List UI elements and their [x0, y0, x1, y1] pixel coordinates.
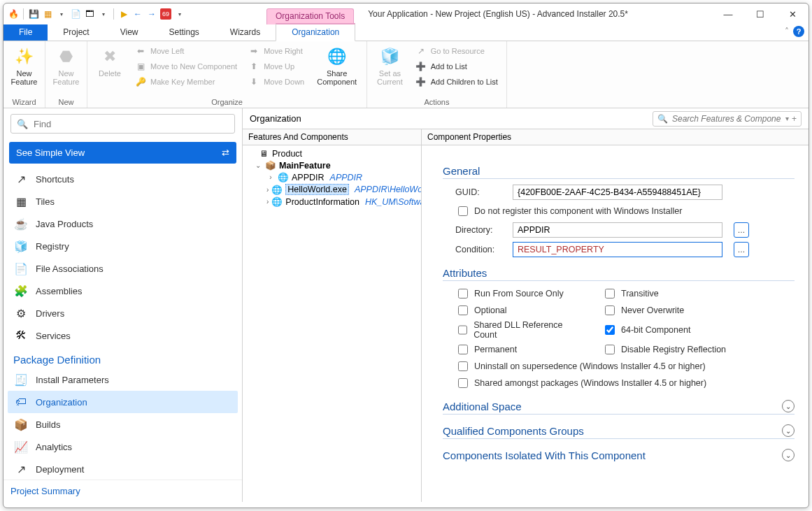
- nav-install-parameters[interactable]: 🧾Install Parameters: [8, 368, 238, 391]
- nav-shortcuts[interactable]: ↗Shortcuts: [8, 168, 238, 190]
- monitor-icon: 🖥: [258, 149, 269, 159]
- section-isolated-components[interactable]: Components Isolated With This Component⌄: [443, 449, 795, 463]
- section-general: General: [443, 165, 795, 179]
- delete-button: ✖ Delete: [93, 44, 127, 89]
- menu-wizards[interactable]: Wizards: [215, 24, 276, 41]
- close-button[interactable]: ✕: [776, 4, 809, 24]
- chevron-down-icon[interactable]: ⌄: [782, 400, 795, 412]
- nav-builds[interactable]: 📦Builds: [8, 413, 238, 436]
- chk-64bit[interactable]: 64-bit Component: [602, 320, 742, 340]
- condition-browse-button[interactable]: …: [734, 242, 749, 257]
- tree-product[interactable]: 🖥Product: [245, 148, 418, 159]
- directory-browse-button[interactable]: …: [734, 222, 749, 238]
- expand-icon[interactable]: ›: [266, 198, 269, 206]
- chk-run-from-source[interactable]: Run From Source Only: [455, 287, 581, 301]
- chk-uninstall-supersedence[interactable]: Uninstall on supersedence (Windows Insta…: [455, 359, 795, 373]
- project-summary-link[interactable]: Project Summary: [3, 480, 242, 502]
- input-condition[interactable]: [513, 242, 722, 257]
- chk-disable-registry-reflection[interactable]: Disable Registry Reflection: [602, 343, 742, 357]
- section-qualified-components[interactable]: Qualified Components Groups⌄: [443, 424, 795, 439]
- menu-project[interactable]: Project: [48, 24, 104, 41]
- add-children-to-list-button[interactable]: ➕Add Children to List: [413, 75, 501, 89]
- collapse-ribbon-icon[interactable]: ˄: [785, 27, 789, 36]
- plus-icon[interactable]: +: [792, 114, 797, 124]
- arrow-right-icon: ➡: [248, 45, 259, 57]
- body: 🔍 See Simple View ⇄ ↗Shortcuts ▦Tiles ☕J…: [3, 108, 809, 502]
- component-icon: ▣: [135, 61, 146, 72]
- chk-never-overwrite[interactable]: Never Overwrite: [602, 303, 742, 317]
- back-icon[interactable]: ←: [132, 8, 143, 20]
- new-feature-wizard-button[interactable]: ✨ New Feature: [7, 44, 42, 87]
- globe-icon: 🌐: [271, 185, 283, 195]
- window-title: Your Application - New Project (English …: [354, 9, 712, 19]
- add-to-list-button[interactable]: ➕Add to List: [413, 59, 501, 73]
- menu-file[interactable]: File: [3, 24, 48, 41]
- ribbon: ✨ New Feature Wizard ⬣ New Feature New ✖…: [3, 41, 809, 108]
- chevron-down-icon[interactable]: ⌄: [782, 424, 795, 437]
- play-icon[interactable]: ▶: [118, 8, 129, 20]
- expand-icon[interactable]: ›: [266, 173, 275, 181]
- menu-organization[interactable]: Organization: [276, 23, 355, 41]
- qat-more-icon[interactable]: ▾: [174, 8, 185, 20]
- tree-productinfo[interactable]: ›🌐ProductInformationHK_UM\Softwar: [245, 196, 418, 208]
- nav-file-associations[interactable]: 📄File Associations: [8, 257, 238, 280]
- nav-drivers[interactable]: ⚙Drivers: [8, 302, 238, 324]
- features-tree[interactable]: 🖥Product ⌄📦MainFeature ›🌐APPDIRAPPDIR ›🌐…: [243, 145, 421, 502]
- find-box[interactable]: 🔍: [10, 114, 235, 134]
- nav-assemblies[interactable]: 🧩Assemblies: [8, 280, 238, 302]
- dropdown2-icon[interactable]: ▾: [98, 8, 109, 20]
- chk-optional[interactable]: Optional: [455, 303, 581, 317]
- chevron-down-icon[interactable]: ⌄: [782, 449, 795, 461]
- nav-analytics[interactable]: 📈Analytics: [8, 436, 238, 458]
- forward-icon[interactable]: →: [146, 8, 157, 20]
- nav-deployment[interactable]: ↗Deployment: [8, 458, 238, 480]
- nav-services[interactable]: 🛠Services: [8, 324, 238, 347]
- tree-appdir[interactable]: ›🌐APPDIRAPPDIR: [245, 171, 418, 183]
- tree-mainfeature[interactable]: ⌄📦MainFeature: [245, 159, 418, 171]
- section-additional-space[interactable]: Additional Space⌄: [443, 400, 795, 415]
- save-icon[interactable]: 💾: [28, 8, 39, 20]
- nav-organization[interactable]: 🏷Organization: [8, 391, 238, 413]
- checkbox-no-register[interactable]: Do not register this component with Wind…: [455, 204, 795, 218]
- collapse-icon[interactable]: ⌄: [254, 161, 262, 169]
- see-simple-view-button[interactable]: See Simple View ⇄: [9, 142, 236, 164]
- share-component-button[interactable]: 🌐 Share Component: [313, 44, 361, 89]
- help-icon[interactable]: ?: [793, 26, 804, 37]
- chk-shared-amongst-packages[interactable]: Shared amongst packages (Windows Install…: [455, 376, 795, 390]
- menu-settings[interactable]: Settings: [154, 24, 215, 41]
- run-icon[interactable]: 📄: [70, 8, 81, 20]
- badge-icon[interactable]: 69: [160, 8, 171, 20]
- nav-java[interactable]: ☕Java Products: [8, 213, 238, 235]
- arrow-down-icon: ⬇: [248, 76, 259, 87]
- expand-icon[interactable]: ›: [266, 186, 269, 194]
- box-icon: 📦: [265, 160, 276, 171]
- analytics-icon: 📈: [13, 440, 29, 454]
- input-directory[interactable]: [513, 222, 722, 238]
- input-guid[interactable]: [513, 185, 722, 200]
- chevron-down-icon[interactable]: ▾: [785, 115, 789, 122]
- arrow-up-icon: ⬆: [248, 61, 259, 72]
- move-right-button: ➡Move Right: [245, 44, 307, 58]
- maximize-button[interactable]: ☐: [744, 4, 776, 24]
- chk-transitive[interactable]: Transitive: [602, 287, 742, 301]
- menu-view[interactable]: View: [105, 24, 154, 41]
- chk-permanent[interactable]: Permanent: [455, 343, 581, 357]
- java-icon: ☕: [13, 217, 29, 231]
- fileassoc-icon: 📄: [13, 261, 29, 275]
- search-features-input[interactable]: [671, 113, 783, 124]
- move-up-button: ⬆Move Up: [245, 59, 307, 73]
- find-input[interactable]: [32, 118, 229, 130]
- registry-icon: 🧊: [13, 239, 29, 253]
- nav-tiles[interactable]: ▦Tiles: [8, 190, 238, 213]
- dropdown-icon[interactable]: ▾: [56, 8, 67, 20]
- build-icon[interactable]: ▦: [42, 8, 53, 20]
- chk-shared-dll[interactable]: Shared DLL Reference Count: [455, 320, 581, 340]
- context-tab-organization-tools[interactable]: Organization Tools: [266, 8, 354, 24]
- search-features-box[interactable]: 🔍 ▾ +: [653, 111, 802, 127]
- tree-helloworld[interactable]: ›🌐HelloWorld.exeAPPDIR\HelloWorld.: [245, 183, 418, 196]
- move-down-button: ⬇Move Down: [245, 75, 307, 89]
- minimize-button[interactable]: ―: [712, 4, 744, 24]
- nav-registry[interactable]: 🧊Registry: [8, 235, 238, 257]
- drivers-icon: ⚙: [13, 306, 29, 320]
- options-icon[interactable]: 🗔: [84, 8, 95, 20]
